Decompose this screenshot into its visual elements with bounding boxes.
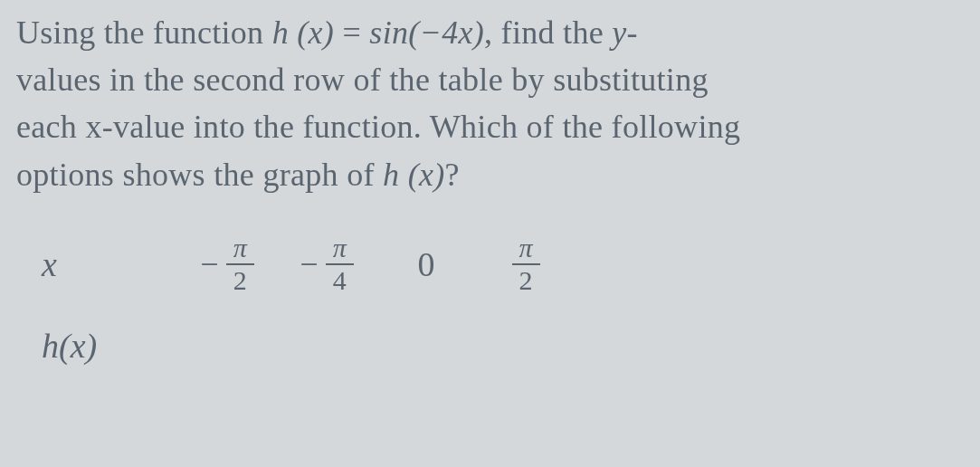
numerator: π (228, 234, 252, 263)
text-segment: Using the function (16, 14, 272, 51)
text-segment: , find the (484, 14, 612, 51)
denominator: 4 (326, 263, 354, 294)
text-segment: - (627, 14, 638, 51)
question-prompt: Using the function h (x) = sin(−4x), fin… (16, 9, 964, 198)
hx-row: h(x) (42, 314, 964, 377)
hx-row-label: h(x) (42, 326, 177, 366)
function-rhs: sin(−4x) (369, 14, 484, 51)
x-row: x − π 2 − π 4 0 π (42, 233, 964, 296)
fraction: π 4 (326, 234, 354, 294)
function-ref: h (x) (383, 157, 444, 193)
y-variable: y (612, 14, 626, 51)
denominator: 2 (226, 263, 254, 294)
minus-sign: − (200, 245, 220, 283)
function-lhs: h (x) (272, 14, 334, 51)
numerator: π (513, 234, 538, 263)
x-cell-3: π 2 (476, 234, 576, 294)
text-line: each x-value into the function. Which of… (16, 109, 740, 145)
x-cell-1: − π 4 (277, 234, 376, 294)
text-segment: ? (445, 157, 460, 193)
denominator: 2 (512, 263, 540, 294)
zero-value: 0 (418, 244, 435, 284)
x-cell-0: − π 2 (177, 234, 277, 294)
x-row-label: x (42, 244, 177, 284)
fraction: π 2 (226, 234, 254, 294)
value-table: x − π 2 − π 4 0 π (16, 233, 964, 377)
minus-sign: − (300, 245, 319, 283)
equals-sign: = (334, 14, 369, 51)
text-line: values in the second row of the table by… (16, 62, 709, 98)
text-segment: options shows the graph of (16, 157, 383, 193)
fraction: π 2 (512, 234, 540, 294)
x-cell-2: 0 (376, 244, 476, 284)
numerator: π (328, 234, 352, 263)
